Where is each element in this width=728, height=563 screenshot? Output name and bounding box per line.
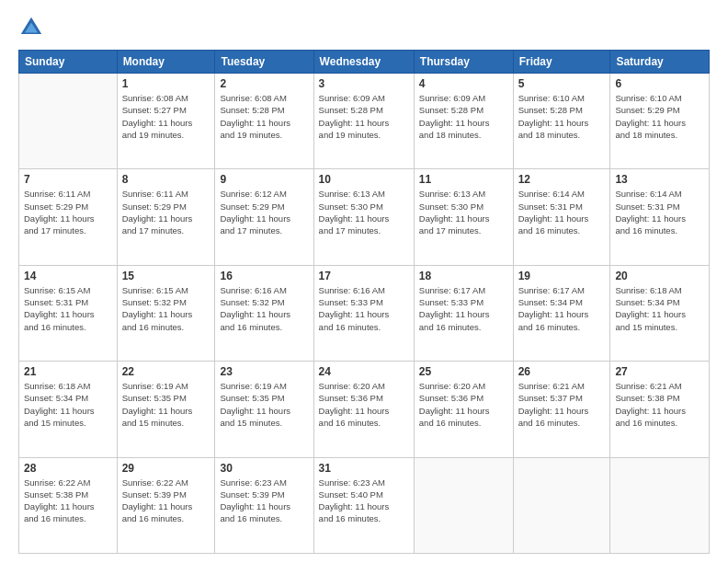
calendar-cell bbox=[19, 74, 118, 169]
day-info: Sunrise: 6:09 AM Sunset: 5:28 PM Dayligh… bbox=[419, 92, 508, 141]
day-number: 23 bbox=[220, 365, 308, 378]
day-info: Sunrise: 6:20 AM Sunset: 5:36 PM Dayligh… bbox=[319, 380, 409, 429]
calendar-header: SundayMondayTuesdayWednesdayThursdayFrid… bbox=[19, 51, 710, 74]
calendar-cell: 23Sunrise: 6:19 AM Sunset: 5:35 PM Dayli… bbox=[215, 362, 313, 457]
calendar-cell: 3Sunrise: 6:09 AM Sunset: 5:28 PM Daylig… bbox=[313, 74, 414, 169]
day-number: 15 bbox=[122, 270, 210, 282]
day-number: 27 bbox=[615, 365, 704, 378]
calendar-cell: 20Sunrise: 6:18 AM Sunset: 5:34 PM Dayli… bbox=[610, 265, 710, 361]
calendar-cell bbox=[610, 457, 710, 553]
day-number: 5 bbox=[518, 77, 606, 90]
calendar-cell bbox=[414, 457, 513, 553]
day-info: Sunrise: 6:15 AM Sunset: 5:32 PM Dayligh… bbox=[122, 284, 210, 333]
day-number: 28 bbox=[24, 462, 112, 475]
calendar-week-2: 14Sunrise: 6:15 AM Sunset: 5:31 PM Dayli… bbox=[19, 265, 710, 361]
day-info: Sunrise: 6:12 AM Sunset: 5:29 PM Dayligh… bbox=[220, 188, 308, 236]
day-number: 22 bbox=[122, 365, 210, 378]
day-number: 24 bbox=[319, 365, 409, 378]
calendar-cell: 31Sunrise: 6:23 AM Sunset: 5:40 PM Dayli… bbox=[313, 457, 414, 553]
header-cell-sunday: Sunday bbox=[19, 51, 118, 74]
day-number: 12 bbox=[518, 173, 606, 186]
calendar-week-1: 7Sunrise: 6:11 AM Sunset: 5:29 PM Daylig… bbox=[19, 169, 710, 265]
day-number: 20 bbox=[615, 270, 704, 282]
header-cell-monday: Monday bbox=[117, 51, 215, 74]
calendar-body: 1Sunrise: 6:08 AM Sunset: 5:27 PM Daylig… bbox=[19, 74, 710, 554]
calendar-cell: 13Sunrise: 6:14 AM Sunset: 5:31 PM Dayli… bbox=[610, 169, 710, 265]
calendar-week-4: 28Sunrise: 6:22 AM Sunset: 5:38 PM Dayli… bbox=[19, 457, 710, 553]
calendar-week-0: 1Sunrise: 6:08 AM Sunset: 5:27 PM Daylig… bbox=[19, 74, 710, 169]
calendar-week-3: 21Sunrise: 6:18 AM Sunset: 5:34 PM Dayli… bbox=[19, 362, 710, 457]
day-number: 14 bbox=[24, 270, 112, 282]
day-info: Sunrise: 6:17 AM Sunset: 5:33 PM Dayligh… bbox=[419, 284, 508, 333]
calendar-cell: 22Sunrise: 6:19 AM Sunset: 5:35 PM Dayli… bbox=[117, 362, 215, 457]
day-number: 10 bbox=[319, 173, 409, 186]
day-number: 21 bbox=[24, 365, 112, 378]
day-number: 9 bbox=[220, 173, 308, 186]
day-info: Sunrise: 6:14 AM Sunset: 5:31 PM Dayligh… bbox=[518, 188, 606, 236]
day-info: Sunrise: 6:16 AM Sunset: 5:33 PM Dayligh… bbox=[319, 284, 409, 333]
day-info: Sunrise: 6:13 AM Sunset: 5:30 PM Dayligh… bbox=[419, 188, 508, 236]
calendar-cell: 27Sunrise: 6:21 AM Sunset: 5:38 PM Dayli… bbox=[610, 362, 710, 457]
day-info: Sunrise: 6:10 AM Sunset: 5:28 PM Dayligh… bbox=[518, 92, 606, 141]
calendar-cell: 28Sunrise: 6:22 AM Sunset: 5:38 PM Dayli… bbox=[19, 457, 118, 553]
day-info: Sunrise: 6:21 AM Sunset: 5:38 PM Dayligh… bbox=[615, 380, 704, 429]
header-cell-friday: Friday bbox=[513, 51, 610, 74]
day-number: 4 bbox=[419, 77, 508, 90]
calendar-cell: 11Sunrise: 6:13 AM Sunset: 5:30 PM Dayli… bbox=[414, 169, 513, 265]
calendar-cell: 25Sunrise: 6:20 AM Sunset: 5:36 PM Dayli… bbox=[414, 362, 513, 457]
day-info: Sunrise: 6:14 AM Sunset: 5:31 PM Dayligh… bbox=[615, 188, 704, 236]
day-info: Sunrise: 6:18 AM Sunset: 5:34 PM Dayligh… bbox=[615, 284, 704, 333]
header-row: SundayMondayTuesdayWednesdayThursdayFrid… bbox=[19, 51, 710, 74]
calendar-cell: 26Sunrise: 6:21 AM Sunset: 5:37 PM Dayli… bbox=[513, 362, 610, 457]
calendar-cell: 2Sunrise: 6:08 AM Sunset: 5:28 PM Daylig… bbox=[215, 74, 313, 169]
calendar-cell: 9Sunrise: 6:12 AM Sunset: 5:29 PM Daylig… bbox=[215, 169, 313, 265]
day-number: 26 bbox=[518, 365, 606, 378]
calendar-cell: 7Sunrise: 6:11 AM Sunset: 5:29 PM Daylig… bbox=[19, 169, 118, 265]
day-info: Sunrise: 6:19 AM Sunset: 5:35 PM Dayligh… bbox=[220, 380, 308, 429]
day-number: 29 bbox=[122, 462, 210, 475]
calendar-cell: 12Sunrise: 6:14 AM Sunset: 5:31 PM Dayli… bbox=[513, 169, 610, 265]
day-number: 3 bbox=[319, 77, 409, 90]
calendar-cell: 5Sunrise: 6:10 AM Sunset: 5:28 PM Daylig… bbox=[513, 74, 610, 169]
day-info: Sunrise: 6:11 AM Sunset: 5:29 PM Dayligh… bbox=[24, 188, 112, 236]
day-info: Sunrise: 6:23 AM Sunset: 5:40 PM Dayligh… bbox=[319, 477, 409, 525]
calendar-cell: 15Sunrise: 6:15 AM Sunset: 5:32 PM Dayli… bbox=[117, 265, 215, 361]
day-info: Sunrise: 6:21 AM Sunset: 5:37 PM Dayligh… bbox=[518, 380, 606, 429]
day-info: Sunrise: 6:16 AM Sunset: 5:32 PM Dayligh… bbox=[220, 284, 308, 333]
day-info: Sunrise: 6:08 AM Sunset: 5:27 PM Dayligh… bbox=[122, 92, 210, 141]
day-number: 1 bbox=[122, 77, 210, 90]
page: SundayMondayTuesdayWednesdayThursdayFrid… bbox=[0, 0, 728, 563]
calendar-cell: 17Sunrise: 6:16 AM Sunset: 5:33 PM Dayli… bbox=[313, 265, 414, 361]
day-number: 8 bbox=[122, 173, 210, 186]
calendar-cell: 4Sunrise: 6:09 AM Sunset: 5:28 PM Daylig… bbox=[414, 74, 513, 169]
header-cell-saturday: Saturday bbox=[610, 51, 710, 74]
header-cell-wednesday: Wednesday bbox=[313, 51, 414, 74]
day-number: 30 bbox=[220, 462, 308, 475]
calendar-table: SundayMondayTuesdayWednesdayThursdayFrid… bbox=[18, 50, 710, 554]
day-number: 2 bbox=[220, 77, 308, 90]
day-info: Sunrise: 6:19 AM Sunset: 5:35 PM Dayligh… bbox=[122, 380, 210, 429]
day-info: Sunrise: 6:23 AM Sunset: 5:39 PM Dayligh… bbox=[220, 477, 308, 525]
logo-icon bbox=[18, 15, 44, 40]
day-info: Sunrise: 6:22 AM Sunset: 5:39 PM Dayligh… bbox=[122, 477, 210, 525]
day-info: Sunrise: 6:22 AM Sunset: 5:38 PM Dayligh… bbox=[24, 477, 112, 525]
header-cell-tuesday: Tuesday bbox=[215, 51, 313, 74]
day-info: Sunrise: 6:09 AM Sunset: 5:28 PM Dayligh… bbox=[319, 92, 409, 141]
day-number: 18 bbox=[419, 270, 508, 282]
day-info: Sunrise: 6:10 AM Sunset: 5:29 PM Dayligh… bbox=[615, 92, 704, 141]
calendar-cell: 30Sunrise: 6:23 AM Sunset: 5:39 PM Dayli… bbox=[215, 457, 313, 553]
day-number: 11 bbox=[419, 173, 508, 186]
day-info: Sunrise: 6:17 AM Sunset: 5:34 PM Dayligh… bbox=[518, 284, 606, 333]
calendar-cell: 8Sunrise: 6:11 AM Sunset: 5:29 PM Daylig… bbox=[117, 169, 215, 265]
header-cell-thursday: Thursday bbox=[414, 51, 513, 74]
day-info: Sunrise: 6:18 AM Sunset: 5:34 PM Dayligh… bbox=[24, 380, 112, 429]
day-number: 31 bbox=[319, 462, 409, 475]
day-number: 6 bbox=[615, 77, 704, 90]
day-info: Sunrise: 6:08 AM Sunset: 5:28 PM Dayligh… bbox=[220, 92, 308, 141]
header bbox=[18, 15, 710, 40]
day-number: 7 bbox=[24, 173, 112, 186]
calendar-cell: 6Sunrise: 6:10 AM Sunset: 5:29 PM Daylig… bbox=[610, 74, 710, 169]
day-number: 13 bbox=[615, 173, 704, 186]
day-number: 19 bbox=[518, 270, 606, 282]
day-info: Sunrise: 6:20 AM Sunset: 5:36 PM Dayligh… bbox=[419, 380, 508, 429]
